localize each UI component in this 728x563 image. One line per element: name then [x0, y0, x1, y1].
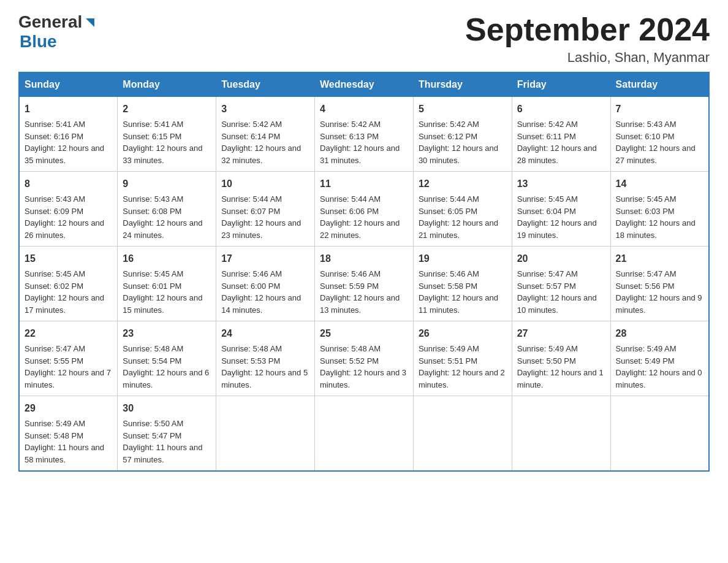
calendar-week-row: 8 Sunrise: 5:43 AMSunset: 6:09 PMDayligh… — [19, 172, 709, 247]
day-number: 13 — [517, 177, 605, 191]
day-info: Sunrise: 5:49 AMSunset: 5:49 PMDaylight:… — [616, 344, 702, 389]
weekday-header-saturday: Saturday — [610, 72, 709, 97]
weekday-header-thursday: Thursday — [413, 72, 512, 97]
calendar-subtitle: Lashio, Shan, Myanmar — [465, 50, 710, 66]
calendar-table: SundayMondayTuesdayWednesdayThursdayFrid… — [18, 72, 710, 472]
calendar-cell: 25 Sunrise: 5:48 AMSunset: 5:52 PMDaylig… — [315, 321, 414, 396]
calendar-cell: 18 Sunrise: 5:46 AMSunset: 5:59 PMDaylig… — [315, 247, 414, 321]
calendar-cell: 7 Sunrise: 5:43 AMSunset: 6:10 PMDayligh… — [610, 97, 709, 172]
day-info: Sunrise: 5:43 AMSunset: 6:08 PMDaylight:… — [123, 194, 202, 240]
calendar-cell: 17 Sunrise: 5:46 AMSunset: 6:00 PMDaylig… — [216, 247, 315, 321]
day-number: 9 — [123, 177, 211, 191]
day-info: Sunrise: 5:49 AMSunset: 5:50 PMDaylight:… — [517, 344, 604, 389]
logo-line1: General — [18, 12, 97, 32]
calendar-cell: 8 Sunrise: 5:43 AMSunset: 6:09 PMDayligh… — [19, 172, 118, 247]
calendar-cell: 12 Sunrise: 5:44 AMSunset: 6:05 PMDaylig… — [413, 172, 512, 247]
calendar-cell: 4 Sunrise: 5:42 AMSunset: 6:13 PMDayligh… — [315, 97, 414, 172]
day-number: 5 — [419, 102, 507, 117]
calendar-cell: 19 Sunrise: 5:46 AMSunset: 5:58 PMDaylig… — [413, 247, 512, 321]
day-number: 1 — [25, 102, 112, 117]
logo: General Blue — [18, 12, 97, 52]
day-number: 24 — [221, 326, 309, 341]
calendar-title: September 2024 — [465, 12, 710, 47]
day-info: Sunrise: 5:45 AMSunset: 6:01 PMDaylight:… — [123, 269, 202, 315]
calendar-cell — [216, 396, 315, 472]
calendar-cell: 30 Sunrise: 5:50 AMSunset: 5:47 PMDaylig… — [118, 396, 216, 472]
calendar-cell: 15 Sunrise: 5:45 AMSunset: 6:02 PMDaylig… — [19, 247, 118, 321]
calendar-week-row: 22 Sunrise: 5:47 AMSunset: 5:55 PMDaylig… — [19, 321, 709, 396]
day-info: Sunrise: 5:41 AMSunset: 6:16 PMDaylight:… — [25, 120, 104, 165]
day-number: 26 — [419, 326, 507, 341]
weekday-header-monday: Monday — [118, 72, 216, 97]
calendar-cell: 2 Sunrise: 5:41 AMSunset: 6:15 PMDayligh… — [118, 97, 216, 172]
calendar-cell: 6 Sunrise: 5:42 AMSunset: 6:11 PMDayligh… — [512, 97, 610, 172]
day-number: 25 — [320, 326, 408, 341]
day-info: Sunrise: 5:48 AMSunset: 5:53 PMDaylight:… — [221, 344, 308, 389]
day-number: 12 — [419, 177, 507, 191]
day-number: 14 — [616, 177, 703, 191]
day-number: 3 — [221, 102, 309, 117]
day-number: 19 — [419, 251, 507, 266]
calendar-week-row: 29 Sunrise: 5:49 AMSunset: 5:48 PMDaylig… — [19, 396, 709, 472]
day-info: Sunrise: 5:44 AMSunset: 6:05 PMDaylight:… — [419, 194, 498, 240]
day-info: Sunrise: 5:46 AMSunset: 5:58 PMDaylight:… — [419, 269, 498, 315]
day-info: Sunrise: 5:46 AMSunset: 6:00 PMDaylight:… — [221, 269, 301, 315]
calendar-cell: 20 Sunrise: 5:47 AMSunset: 5:57 PMDaylig… — [512, 247, 610, 321]
day-number: 27 — [517, 326, 605, 341]
day-number: 8 — [25, 177, 112, 191]
day-number: 16 — [123, 251, 211, 266]
day-info: Sunrise: 5:49 AMSunset: 5:48 PMDaylight:… — [25, 419, 104, 464]
day-info: Sunrise: 5:48 AMSunset: 5:54 PMDaylight:… — [123, 344, 209, 389]
calendar-cell — [413, 396, 512, 472]
logo-triangle-icon — [83, 16, 97, 29]
day-number: 22 — [25, 326, 112, 341]
calendar-cell: 27 Sunrise: 5:49 AMSunset: 5:50 PMDaylig… — [512, 321, 610, 396]
day-number: 10 — [221, 177, 309, 191]
logo-general-text: General — [18, 12, 82, 32]
day-info: Sunrise: 5:42 AMSunset: 6:12 PMDaylight:… — [419, 120, 498, 165]
weekday-header-sunday: Sunday — [19, 72, 118, 97]
day-info: Sunrise: 5:46 AMSunset: 5:59 PMDaylight:… — [320, 269, 400, 315]
day-info: Sunrise: 5:42 AMSunset: 6:11 PMDaylight:… — [517, 120, 597, 165]
calendar-cell: 5 Sunrise: 5:42 AMSunset: 6:12 PMDayligh… — [413, 97, 512, 172]
day-number: 17 — [221, 251, 309, 266]
calendar-cell: 23 Sunrise: 5:48 AMSunset: 5:54 PMDaylig… — [118, 321, 216, 396]
weekday-header-friday: Friday — [512, 72, 610, 97]
day-info: Sunrise: 5:50 AMSunset: 5:47 PMDaylight:… — [123, 419, 202, 464]
day-info: Sunrise: 5:44 AMSunset: 6:07 PMDaylight:… — [221, 194, 301, 240]
day-info: Sunrise: 5:47 AMSunset: 5:55 PMDaylight:… — [25, 344, 111, 389]
calendar-cell: 26 Sunrise: 5:49 AMSunset: 5:51 PMDaylig… — [413, 321, 512, 396]
day-number: 15 — [25, 251, 112, 266]
calendar-cell: 29 Sunrise: 5:49 AMSunset: 5:48 PMDaylig… — [19, 396, 118, 472]
calendar-cell — [315, 396, 414, 472]
day-number: 2 — [123, 102, 211, 117]
calendar-cell: 28 Sunrise: 5:49 AMSunset: 5:49 PMDaylig… — [610, 321, 709, 396]
day-number: 29 — [25, 401, 112, 416]
calendar-week-row: 1 Sunrise: 5:41 AMSunset: 6:16 PMDayligh… — [19, 97, 709, 172]
svg-marker-0 — [86, 18, 94, 27]
day-number: 21 — [616, 251, 703, 266]
day-number: 23 — [123, 326, 211, 341]
day-info: Sunrise: 5:49 AMSunset: 5:51 PMDaylight:… — [419, 344, 505, 389]
day-info: Sunrise: 5:41 AMSunset: 6:15 PMDaylight:… — [123, 120, 202, 165]
day-info: Sunrise: 5:42 AMSunset: 6:13 PMDaylight:… — [320, 120, 400, 165]
day-info: Sunrise: 5:45 AMSunset: 6:04 PMDaylight:… — [517, 194, 597, 240]
calendar-cell — [610, 396, 709, 472]
title-block: September 2024 Lashio, Shan, Myanmar — [465, 12, 710, 66]
day-info: Sunrise: 5:43 AMSunset: 6:09 PMDaylight:… — [25, 194, 104, 240]
weekday-header-row: SundayMondayTuesdayWednesdayThursdayFrid… — [19, 72, 709, 97]
day-number: 6 — [517, 102, 605, 117]
weekday-header-tuesday: Tuesday — [216, 72, 315, 97]
calendar-cell: 1 Sunrise: 5:41 AMSunset: 6:16 PMDayligh… — [19, 97, 118, 172]
day-info: Sunrise: 5:44 AMSunset: 6:06 PMDaylight:… — [320, 194, 400, 240]
calendar-cell: 11 Sunrise: 5:44 AMSunset: 6:06 PMDaylig… — [315, 172, 414, 247]
day-info: Sunrise: 5:47 AMSunset: 5:56 PMDaylight:… — [616, 269, 702, 315]
calendar-cell — [512, 396, 610, 472]
calendar-cell: 14 Sunrise: 5:45 AMSunset: 6:03 PMDaylig… — [610, 172, 709, 247]
day-info: Sunrise: 5:42 AMSunset: 6:14 PMDaylight:… — [221, 120, 301, 165]
calendar-cell: 10 Sunrise: 5:44 AMSunset: 6:07 PMDaylig… — [216, 172, 315, 247]
day-number: 28 — [616, 326, 703, 341]
day-info: Sunrise: 5:43 AMSunset: 6:10 PMDaylight:… — [616, 120, 696, 165]
calendar-cell: 22 Sunrise: 5:47 AMSunset: 5:55 PMDaylig… — [19, 321, 118, 396]
day-number: 20 — [517, 251, 605, 266]
